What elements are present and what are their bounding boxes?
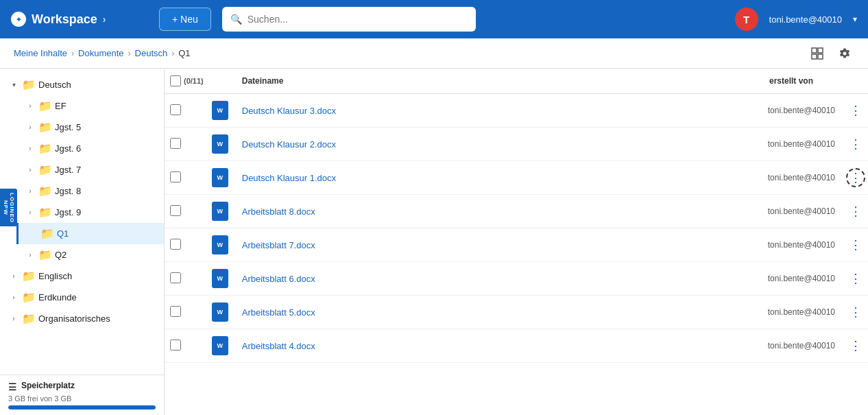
topbar: Workspace › + Neu 🔍 T toni.bente@40010 ▾ <box>0 0 868 38</box>
row-check-cell[interactable] <box>165 161 209 195</box>
sidebar-item-englisch[interactable]: › 📁 Englisch <box>0 265 164 287</box>
table-row: W Arbeitsblatt 6.docx toni.bente@40010 ⋮ <box>165 262 868 296</box>
row-check-cell[interactable] <box>165 195 209 228</box>
table-row: W Deutsch Klausur 2.docx toni.bente@4001… <box>165 128 868 161</box>
row-icon-cell: W <box>209 161 234 195</box>
breadcrumb: Meine Inhalte › Dokumente › Deutsch › Q1 <box>14 48 191 58</box>
word-icon: W <box>212 168 228 187</box>
row-check-cell[interactable] <box>165 296 209 329</box>
sidebar-item-erdkunde[interactable]: › 📁 Erdkunde <box>0 287 164 308</box>
settings-icon[interactable] <box>835 44 854 63</box>
chevron-right-icon: › <box>8 294 19 301</box>
row-check-cell[interactable] <box>165 228 209 262</box>
row-actions-cell: ⋮ <box>841 228 868 262</box>
svg-rect-3 <box>818 54 823 59</box>
search-input[interactable] <box>248 14 468 25</box>
folder-icon: 📁 <box>38 99 52 112</box>
search-icon: 🔍 <box>230 14 242 25</box>
folder-icon: 📁 <box>38 248 52 261</box>
sidebar-label: Jgst. 9 <box>55 207 81 217</box>
logineo-new-badge[interactable]: LOGINEONPW <box>0 189 17 227</box>
context-menu-button[interactable]: ⋮ <box>846 101 865 120</box>
row-filename-cell[interactable]: Deutsch Klausur 2.docx <box>234 128 584 161</box>
brand-label: Workspace <box>32 12 97 27</box>
folder-icon: 📁 <box>22 78 36 91</box>
sidebar-item-organisatorisches[interactable]: › 📁 Organisatorisches <box>0 308 164 329</box>
folder-icon: 📁 <box>38 121 52 134</box>
new-button[interactable]: + Neu <box>159 8 211 31</box>
row-checkbox[interactable] <box>170 138 181 149</box>
row-check-cell[interactable] <box>165 94 209 128</box>
row-filename-cell[interactable]: Arbeitsblatt 8.docx <box>234 195 584 228</box>
row-filename-cell[interactable]: Arbeitsblatt 5.docx <box>234 296 584 329</box>
context-menu-button[interactable]: ⋮ <box>846 235 865 254</box>
row-checkbox[interactable] <box>170 239 181 250</box>
row-author-cell: toni.bente@40010 <box>584 296 841 329</box>
topbar-dropdown-icon[interactable]: ▾ <box>853 14 857 24</box>
context-menu-button[interactable]: ⋮ <box>846 202 865 221</box>
sidebar-item-jgst8[interactable]: › 📁 Jgst. 8 <box>16 180 164 202</box>
row-icon-cell: W <box>209 228 234 262</box>
breadcrumb-dokumente[interactable]: Dokumente <box>78 48 123 58</box>
sidebar-item-jgst6[interactable]: › 📁 Jgst. 6 <box>16 138 164 159</box>
row-filename-cell[interactable]: Deutsch Klausur 3.docx <box>234 94 584 128</box>
word-icon: W <box>212 101 228 120</box>
row-checkbox[interactable] <box>170 306 181 317</box>
header-author-col: erstellt von <box>584 69 841 94</box>
sidebar-item-jgst5[interactable]: › 📁 Jgst. 5 <box>16 117 164 138</box>
row-actions: ⋮ <box>843 202 865 221</box>
context-menu-button[interactable]: ⋮ <box>846 134 865 154</box>
sidebar-item-ef[interactable]: › 📁 EF <box>16 95 164 117</box>
table-row: W Deutsch Klausur 1.docx toni.bente@4001… <box>165 161 868 195</box>
row-author-cell: toni.bente@40010 <box>584 161 841 195</box>
breadcrumb-meine-inhalte[interactable]: Meine Inhalte <box>14 48 67 58</box>
user-avatar[interactable]: T <box>735 8 758 31</box>
row-checkbox[interactable] <box>170 205 181 216</box>
row-checkbox[interactable] <box>170 104 181 115</box>
row-icon-cell: W <box>209 94 234 128</box>
header-actions-col <box>841 69 868 94</box>
chevron-down-icon: ▾ <box>8 81 19 88</box>
sidebar-item-jgst7[interactable]: › 📁 Jgst. 7 <box>16 159 164 180</box>
row-checkbox[interactable] <box>170 272 181 283</box>
row-checkbox[interactable] <box>170 171 181 182</box>
row-actions: ⋮ <box>843 336 865 355</box>
header-checkbox-col[interactable]: (0/11) <box>165 69 209 94</box>
context-menu-button[interactable]: ⋮ <box>846 168 865 187</box>
context-menu-button[interactable]: ⋮ <box>846 269 865 288</box>
row-filename-cell[interactable]: Arbeitsblatt 4.docx <box>234 329 584 363</box>
row-check-cell[interactable] <box>165 128 209 161</box>
view-grid-icon[interactable] <box>808 44 827 63</box>
word-icon: W <box>212 303 228 322</box>
sidebar-item-deutsch[interactable]: ▾ 📁 Deutsch <box>0 74 164 95</box>
brand[interactable]: Workspace › <box>11 12 148 27</box>
breadcrumb-deutsch[interactable]: Deutsch <box>135 48 168 58</box>
sidebar-item-jgst9[interactable]: › 📁 Jgst. 9 <box>16 202 164 223</box>
row-check-cell[interactable] <box>165 329 209 363</box>
chevron-right-icon: › <box>25 209 36 216</box>
row-actions: ⋮ <box>843 134 865 154</box>
chevron-right-icon: › <box>25 102 36 110</box>
sidebar-label: Jgst. 7 <box>55 165 81 175</box>
row-check-cell[interactable] <box>165 262 209 296</box>
search-bar[interactable]: 🔍 <box>222 7 476 32</box>
header-checkbox[interactable] <box>170 75 181 86</box>
file-list: W Deutsch Klausur 3.docx toni.bente@4001… <box>165 94 868 363</box>
context-menu-button[interactable]: ⋮ <box>846 303 865 322</box>
row-filename-cell[interactable]: Deutsch Klausur 1.docx <box>234 161 584 195</box>
word-icon: W <box>212 202 228 221</box>
row-icon-cell: W <box>209 262 234 296</box>
brand-chevron: › <box>103 14 106 25</box>
sidebar-item-q1[interactable]: 📁 Q1 <box>16 223 164 244</box>
sidebar-item-q2[interactable]: › 📁 Q2 <box>16 244 164 265</box>
table-header-row: (0/11) Dateiname erstellt von <box>165 69 868 94</box>
folder-icon: 📁 <box>38 163 52 176</box>
row-filename-cell[interactable]: Arbeitsblatt 6.docx <box>234 262 584 296</box>
row-actions: ⋮ <box>843 168 865 187</box>
row-icon-cell: W <box>209 128 234 161</box>
row-filename-cell[interactable]: Arbeitsblatt 7.docx <box>234 228 584 262</box>
row-checkbox[interactable] <box>170 340 181 351</box>
folder-icon: 📁 <box>38 206 52 219</box>
context-menu-button[interactable]: ⋮ <box>846 336 865 355</box>
sidebar-label: Jgst. 8 <box>55 186 81 196</box>
